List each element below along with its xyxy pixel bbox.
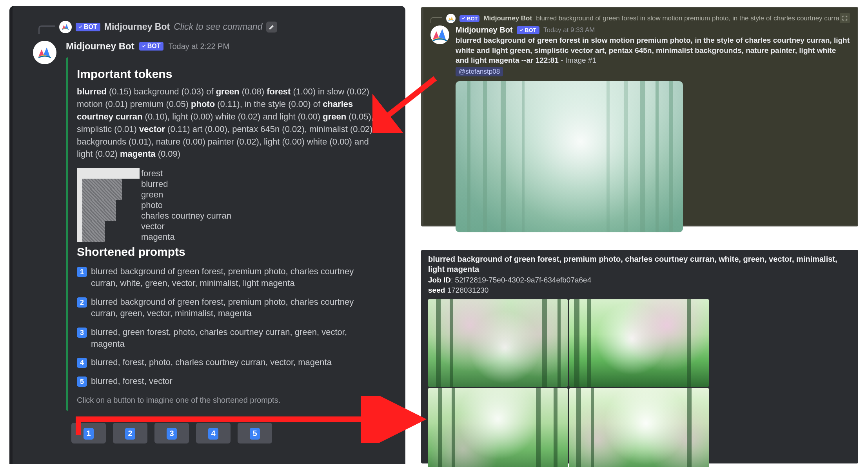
discord-left-panel: BOT Midjourney Bot Click to see command (9, 6, 405, 464)
button-number-icon: 1 (84, 428, 94, 440)
button-number-icon: 2 (125, 428, 135, 440)
midjourney-avatar[interactable] (33, 41, 56, 64)
bot-name: Midjourney Bot (483, 14, 532, 22)
truncated-prompt: blurred background of green forest in sl… (536, 14, 850, 22)
user-mention[interactable]: @stefanstp08 (456, 67, 503, 76)
token-bars: forestblurredgreenphotocharles courtney … (77, 168, 380, 242)
prompt-button-4[interactable]: 4 (196, 423, 231, 443)
bot-tag: BOT (459, 15, 479, 22)
image-grid[interactable] (428, 299, 709, 467)
discord-right-top-panel: BOT Midjourney Bot blurred background of… (421, 7, 858, 226)
seed-line: seed 1728031230 (428, 286, 851, 295)
token-weights-paragraph: blurred (0.15) background (0.03) of gree… (77, 85, 380, 160)
shortened-prompts-heading: Shortened prompts (77, 245, 380, 259)
prompt-index-badge: 4 (77, 358, 87, 368)
token-bar-row: green (77, 189, 380, 200)
bot-tag: BOT (139, 42, 164, 51)
generated-image[interactable] (456, 81, 683, 232)
token-bar-label: photo (141, 200, 163, 210)
prompt-text: blurred background of green forest in sl… (456, 35, 850, 65)
midjourney-avatar[interactable] (430, 25, 449, 44)
prompt-button-2[interactable]: 2 (113, 423, 147, 443)
job-id-line: Job ID: 52f72819-75e0-4302-9a7f-634efb07… (428, 276, 851, 284)
prompt-button-1[interactable]: 1 (71, 423, 106, 443)
button-number-icon: 5 (250, 428, 260, 440)
grid-image-1[interactable] (428, 299, 568, 387)
token-bar-row: photo (77, 200, 380, 210)
reply-hook-icon (430, 17, 442, 23)
bot-name: Midjourney Bot (104, 22, 170, 32)
shortened-prompt-item: 2blurred background of green forest, pre… (77, 296, 380, 319)
token-bar-row: blurred (77, 179, 380, 189)
bot-tag: BOT (76, 23, 100, 31)
midjourney-avatar-small (59, 21, 72, 33)
reply-hook-icon (38, 25, 55, 34)
token-bar-row: magenta (77, 232, 380, 242)
bot-name-main[interactable]: Midjourney Bot (456, 25, 513, 34)
token-bar-label: magenta (141, 232, 175, 242)
result-prompt: blurred background of green forest, prem… (428, 254, 851, 274)
bot-tag: BOT (517, 26, 540, 34)
token-bar-row: charles courtney curran (77, 210, 380, 221)
prompt-index-badge: 2 (77, 297, 87, 308)
midjourney-avatar-tiny (446, 14, 456, 23)
reply-line-right[interactable]: BOT Midjourney Bot blurred background of… (430, 14, 850, 23)
message-timestamp: Today at 2:22 PM (168, 42, 229, 51)
token-bar-row: vector (77, 221, 380, 232)
bot-name-main[interactable]: Midjourney Bot (66, 41, 134, 52)
shortened-prompts-hint: Click on a button to imagine one of the … (77, 396, 380, 405)
shortened-prompt-item: 5blurred, forest, vector (77, 375, 380, 387)
prompt-index-badge: 5 (77, 376, 87, 387)
reply-mention-line[interactable]: BOT Midjourney Bot Click to see command (52, 20, 405, 34)
token-bar-label: charles courtney curran (141, 211, 231, 221)
prompt-index-badge: 3 (77, 328, 87, 338)
grid-image-3[interactable] (428, 388, 568, 467)
expand-icon[interactable] (840, 13, 850, 23)
token-bar-label: blurred (141, 179, 168, 189)
shortened-prompt-item: 3blurred, green forest, photo, charles c… (77, 326, 380, 349)
button-number-icon: 3 (167, 428, 177, 440)
prompt-button-3[interactable]: 3 (154, 423, 189, 443)
prompt-index-badge: 1 (77, 267, 87, 277)
button-number-icon: 4 (208, 428, 218, 440)
token-bar-row: forest (77, 168, 380, 179)
discord-right-bottom-panel: blurred background of green forest, prem… (421, 250, 858, 463)
shortened-prompt-item: 1blurred background of green forest, pre… (77, 266, 380, 289)
grid-image-2[interactable] (569, 299, 709, 387)
message-timestamp: Today at 9:33 AM (543, 26, 595, 34)
prompt-button-5[interactable]: 5 (238, 423, 272, 443)
important-tokens-heading: Important tokens (77, 67, 380, 81)
token-bar-label: green (141, 190, 163, 200)
grid-image-4[interactable] (569, 388, 709, 467)
numbered-buttons-row: 12345 (13, 423, 405, 443)
message-header: Midjourney Bot BOT Today at 2:22 PM (66, 41, 405, 52)
shortened-prompts-list: 1blurred background of green forest, pre… (77, 266, 380, 387)
token-bar-label: forest (141, 168, 163, 179)
token-bar-label: vector (141, 221, 165, 232)
edit-icon[interactable] (266, 22, 277, 33)
click-to-see-command[interactable]: Click to see command (174, 22, 262, 32)
shortened-prompt-item: 4blurred, forest, photo, charles courtne… (77, 357, 380, 368)
embed-card: Important tokens blurred (0.15) backgrou… (66, 57, 391, 411)
